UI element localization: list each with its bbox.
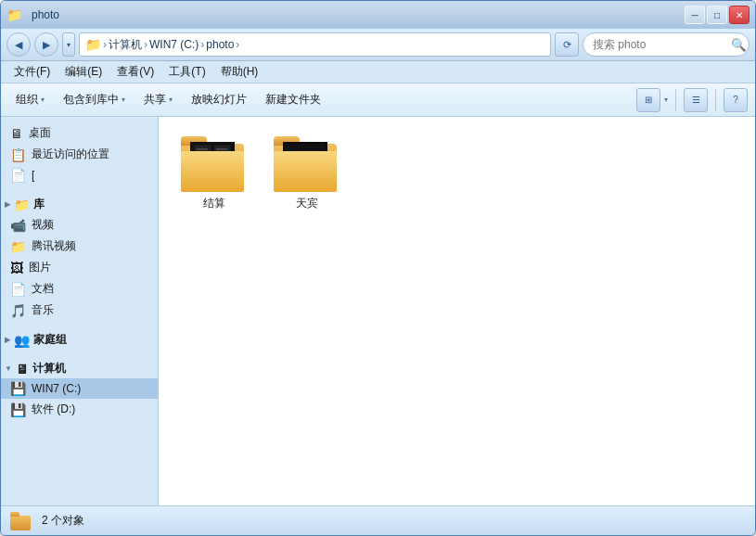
preview-toggle-button[interactable]: ☰ (684, 88, 708, 112)
menu-edit[interactable]: 编辑(E) (58, 62, 109, 82)
folder-item-tianBin[interactable]: invitations 天宾 (265, 131, 349, 217)
toolbar: 组织 ▾ 包含到库中 ▾ 共享 ▾ 放映幻灯片 新建文件夹 ⊞ ▾ ☰ ? (1, 83, 755, 117)
softd-icon: 💾 (10, 402, 26, 417)
share-chevron-icon: ▾ (169, 96, 173, 104)
status-folder-icon (10, 512, 32, 530)
computer-icon: 🖥 (16, 362, 29, 376)
sidebar-item-pictures[interactable]: 🖼 图片 (1, 257, 158, 278)
sidebar-section-computer[interactable]: ▼ 🖥 计算机 (1, 357, 158, 378)
desktop-icon: 🖥 (10, 126, 23, 141)
window-title: photo (32, 8, 59, 21)
close-button[interactable]: ✕ (729, 6, 750, 24)
sidebar-section-homegroup[interactable]: ▶ 👥 家庭组 (1, 328, 158, 350)
sidebar-item-bracket[interactable]: 📄 [ (1, 165, 158, 185)
computer-arrow-icon: ▼ (5, 364, 12, 373)
music-icon: 🎵 (10, 303, 26, 318)
documents-icon: 📄 (10, 282, 26, 297)
toolbar-separator-2 (715, 89, 716, 111)
search-input[interactable] (583, 32, 750, 57)
back-button[interactable]: ◀ (6, 32, 31, 57)
menu-view[interactable]: 查看(V) (109, 62, 161, 82)
search-icon-button[interactable]: 🔍 (727, 33, 750, 56)
help-button[interactable]: ? (724, 88, 748, 112)
homegroup-icon: 👥 (14, 333, 30, 348)
menu-file[interactable]: 文件(F) (6, 62, 58, 82)
pictures-icon: 🖼 (10, 261, 23, 275)
folder-icon-jieSuan (181, 136, 248, 192)
status-text: 2 个对象 (42, 513, 84, 529)
sidebar-section-libraries[interactable]: ▶ 📁 库 (1, 193, 158, 214)
folder-icon-tianBin: invitations (274, 136, 340, 192)
breadcrumb-computer[interactable]: 计算机 › (109, 37, 147, 53)
libraries-icon: 📁 (14, 198, 30, 212)
menubar: 文件(F) 编辑(E) 查看(V) 工具(T) 帮助(H) (1, 61, 755, 83)
addressbar-area: ◀ ▶ ▾ 📁 › 计算机 › WIN7 (C:) › photo › ⟳ 🔍 (1, 29, 755, 61)
slideshow-button[interactable]: 放映幻灯片 (184, 88, 254, 111)
window-controls: ─ □ ✕ (685, 6, 750, 24)
sidebar-item-tencent[interactable]: 📁 腾讯视频 (1, 236, 158, 257)
win7c-icon: 💾 (10, 381, 26, 396)
content-area: 🖥 桌面 📋 最近访问的位置 📄 [ ▶ 📁 库 📹 视频 (1, 117, 755, 505)
include-library-button[interactable]: 包含到库中 ▾ (56, 88, 133, 111)
menu-tools[interactable]: 工具(T) (161, 62, 212, 82)
sidebar: 🖥 桌面 📋 最近访问的位置 📄 [ ▶ 📁 库 📹 视频 (1, 117, 159, 505)
toolbar-right: ⊞ ▾ ☰ ? (636, 88, 748, 112)
folder-front-2 (274, 151, 337, 192)
toolbar-separator (675, 89, 676, 111)
folder-item-jieSuan[interactable]: 结算 (173, 131, 256, 217)
view-toggle-button[interactable]: ⊞ (636, 88, 660, 112)
sidebar-item-music[interactable]: 🎵 音乐 (1, 300, 158, 321)
sidebar-item-softd[interactable]: 💾 软件 (D:) (1, 399, 158, 420)
organize-button[interactable]: 组织 ▾ (8, 88, 52, 111)
svg-rect-3 (197, 148, 208, 150)
new-folder-button[interactable]: 新建文件夹 (258, 88, 328, 111)
sidebar-item-desktop[interactable]: 🖥 桌面 (1, 122, 158, 144)
titlebar: 📁 photo ─ □ ✕ (1, 1, 755, 29)
folder-front-1 (181, 151, 244, 192)
sidebar-item-recent[interactable]: 📋 最近访问的位置 (1, 144, 158, 165)
statusbar: 2 个对象 (1, 505, 755, 535)
view-chevron-icon: ▾ (664, 96, 668, 104)
menu-help[interactable]: 帮助(H) (213, 62, 266, 82)
include-library-chevron-icon: ▾ (122, 96, 125, 104)
restore-button[interactable]: □ (707, 6, 727, 24)
svg-rect-8 (216, 148, 227, 150)
recent-icon: 📋 (10, 147, 26, 162)
tencent-icon: 📁 (10, 239, 26, 254)
folder-name-tianBin: 天宾 (296, 196, 318, 211)
sidebar-item-win7c[interactable]: 💾 WIN7 (C:) (1, 378, 158, 399)
explorer-window: 📁 photo ─ □ ✕ ◀ ▶ ▾ 📁 › 计算机 › WIN7 (C:) … (0, 0, 756, 536)
videos-icon: 📹 (10, 218, 26, 233)
refresh-button[interactable]: ⟳ (555, 32, 579, 57)
share-button[interactable]: 共享 ▾ (136, 88, 180, 111)
libraries-arrow-icon: ▶ (5, 200, 10, 209)
bracket-icon: 📄 (10, 168, 26, 183)
breadcrumb-photo[interactable]: photo › (206, 38, 239, 51)
nav-dropdown-button[interactable]: ▾ (62, 32, 75, 57)
organize-chevron-icon: ▾ (41, 96, 45, 104)
folder-name-jieSuan: 结算 (203, 196, 225, 211)
sidebar-item-documents[interactable]: 📄 文档 (1, 278, 158, 300)
breadcrumb[interactable]: 📁 › 计算机 › WIN7 (C:) › photo › (79, 32, 551, 57)
breadcrumb-drive[interactable]: WIN7 (C:) › (149, 38, 204, 51)
sidebar-item-videos[interactable]: 📹 视频 (1, 214, 158, 236)
file-area: 结算 invitations (159, 117, 755, 505)
homegroup-arrow-icon: ▶ (5, 336, 10, 344)
forward-button[interactable]: ▶ (34, 32, 58, 57)
minimize-button[interactable]: ─ (685, 6, 705, 24)
